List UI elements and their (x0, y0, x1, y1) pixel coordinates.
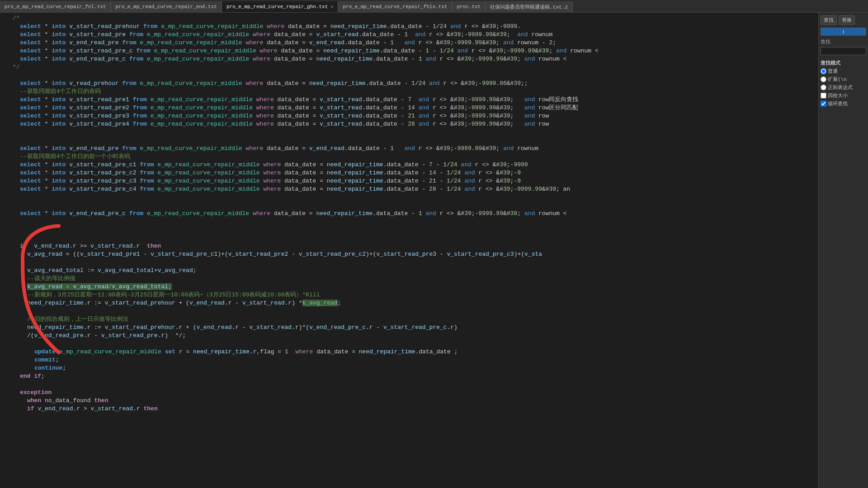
code-line-45 (0, 380, 818, 389)
search-input[interactable] (821, 47, 866, 55)
code-text-5: select * into v_end_read_pre_c from e_mp… (0, 55, 566, 63)
code-text-8: select * into v_read_prehour from e_mp_r… (0, 80, 528, 88)
code-line-14 (0, 128, 818, 136)
search-label: 查找 (821, 38, 866, 45)
code-line-20: select * into v_start_read_pre_c3 from e… (0, 177, 818, 185)
code-line-25 (0, 218, 818, 226)
code-line-35: need_repair_time.r := v_start_read_preho… (0, 299, 818, 307)
code-text-1: select * into v_start_read_prehour from … (0, 23, 521, 31)
code-line-12: select * into v_start_read_pre3 from e_m… (0, 112, 818, 120)
code-line-23 (0, 202, 818, 210)
code-line-1: select * into v_start_read_prehour from … (0, 23, 818, 31)
code-text-48: if v_end_read.r > v_start_read.r then (0, 405, 158, 413)
code-line-33: k_avg_read = v_avg_read/v_avg_read_total… (0, 283, 818, 291)
checkbox-loop[interactable]: 循环查找 (821, 100, 866, 107)
code-line-31: v_avg_read_total := v_avg_read_total+v_a… (0, 267, 818, 275)
code-text-13: select * into v_start_read_pre4 from e_m… (0, 120, 549, 128)
tab-4[interactable]: pro_e_mp_read_curve_repair_fhlx.txt (338, 1, 452, 12)
code-text-29: v_avg_read = ((v_start_read_pre1 - v_sta… (0, 250, 542, 258)
code-text-18: select * into v_start_read_pre_c1 from e… (0, 161, 528, 169)
code-text-19: select * into v_start_read_pre_c2 from e… (0, 169, 521, 177)
code-line-30 (0, 258, 818, 267)
code-line-27 (0, 234, 818, 242)
code-text-10: select * into v_start_read_pre1 from e_m… (0, 96, 578, 104)
code-line-7 (0, 71, 818, 80)
tab-3-active[interactable]: pro_e_mp_read_curve_repair_ghn.txt ✕ (222, 1, 338, 12)
search-button[interactable]: 查找 (821, 15, 837, 25)
tab-2[interactable]: pro_e_mp_read_curve_repair_end.txt (111, 1, 222, 12)
code-line-8: select * into v_read_prehour from e_mp_r… (0, 80, 818, 88)
radio-normal[interactable]: 普通 (821, 68, 866, 75)
code-text-47: when no_data_found then (0, 397, 108, 405)
code-text-0: /* (0, 14, 20, 23)
tab-6[interactable]: 社保问题委员答辩稿通读稿.txt.2 (486, 1, 573, 12)
code-line-11: select * into v_start_read_pre2 from e_m… (0, 104, 818, 112)
code-text-41: update e_mp_read_curve_repair_middle set… (0, 348, 458, 356)
close-icon[interactable]: ✕ (330, 4, 333, 9)
code-line-15 (0, 136, 818, 145)
radio-regex[interactable]: 正则表达式 (821, 84, 866, 91)
code-line-40 (0, 340, 818, 348)
code-text-2: select * into v_start_read_pre from e_mp… (0, 31, 552, 39)
code-line-41: update e_mp_read_curve_repair_middle set… (0, 348, 818, 356)
code-text-11: select * into v_start_read_pre2 from e_m… (0, 104, 578, 112)
tab-5[interactable]: proc.txt (452, 1, 486, 12)
code-line-17: --获取同期前4个工作日的前一个小时表码 (0, 153, 818, 161)
code-text-16: select * into v_end_read_pre from e_mp_r… (0, 145, 538, 153)
code-text-38: need_repair_time.r := v_start_read_preho… (0, 324, 458, 332)
main-area: /*select * into v_start_read_prehour fro… (0, 13, 868, 488)
code-text-6: */ (0, 63, 20, 71)
tab-1[interactable]: pro_e_mp_read_curve_repair_fnl.txt (0, 1, 111, 12)
code-text-33: k_avg_read = v_avg_read/v_avg_read_total… (0, 283, 172, 291)
code-line-4: select * into v_start_read_pre_c from e_… (0, 47, 818, 55)
code-line-26 (0, 226, 818, 234)
code-line-13: select * into v_start_read_pre4 from e_m… (0, 120, 818, 128)
code-line-44: end if; (0, 372, 818, 380)
radio-extended[interactable]: 扩展(\n (821, 76, 866, 83)
code-text-20: select * into v_start_read_pre_c3 from e… (0, 177, 521, 185)
code-line-43: continue; (0, 364, 818, 372)
search-replace-buttons: 查找 替换 (821, 15, 866, 25)
code-text-3: select * into v_end_read_pre from e_mp_r… (0, 39, 556, 47)
code-line-2: select * into v_start_read_pre from e_mp… (0, 31, 818, 39)
code-line-24: select * into v_end_read_pre_c from e_mp… (0, 210, 818, 218)
code-editor[interactable]: /*select * into v_start_read_prehour fro… (0, 13, 818, 488)
code-line-29: v_avg_read = ((v_start_read_pre1 - v_sta… (0, 250, 818, 258)
code-line-18: select * into v_start_read_pre_c1 from e… (0, 161, 818, 169)
code-text-21: select * into v_start_read_pre_c4 from e… (0, 185, 570, 193)
code-line-19: select * into v_start_read_pre_c2 from e… (0, 169, 818, 177)
code-line-21: select * into v_start_read_pre_c4 from e… (0, 185, 818, 193)
code-text-17: --获取同期前4个工作日的前一个小时表码 (0, 153, 130, 161)
code-text-4: select * into v_start_read_pre_c from e_… (0, 47, 599, 55)
search-mode-title: 查找模式 (821, 60, 866, 66)
code-line-32: --该天的等比例值 (0, 275, 818, 283)
code-text-42: commit; (0, 356, 59, 364)
code-line-6: */ (0, 63, 818, 71)
info-button[interactable]: i (821, 28, 866, 36)
code-line-34: --新规则，3月25日星期一11:00表码-3月25日星期一10:00表码÷（3… (0, 291, 818, 299)
code-text-35: need_repair_time.r := v_start_read_preho… (0, 299, 341, 307)
code-line-37: /*旧的拟合规则，上一日示值等比例法 (0, 315, 818, 324)
checkbox-size[interactable]: 四校大小 (821, 92, 866, 99)
code-line-48: if v_end_read.r > v_start_read.r then (0, 405, 818, 413)
code-line-39: /(v_end_read_pre.r - v_start_read_pre.r)… (0, 332, 818, 340)
right-panel: 查找 替换 i 查找 查找模式 普通 扩展(\n 正则表达式 四校大小 循环查找 (818, 13, 868, 488)
code-text-43: continue; (0, 364, 66, 372)
code-line-3: select * into v_end_read_pre from e_mp_r… (0, 39, 818, 47)
code-text-44: end if; (0, 372, 45, 380)
code-line-38: need_repair_time.r := v_start_read_preho… (0, 324, 818, 332)
code-text-28: if v_end_read.r >= v_start_read.r then (0, 242, 161, 250)
code-text-24: select * into v_end_read_pre_c from e_mp… (0, 210, 566, 218)
code-line-36 (0, 307, 818, 315)
code-text-34: --新规则，3月25日星期一11:00表码-3月25日星期一10:00表码÷（3… (0, 291, 320, 299)
code-text-37: /*旧的拟合规则，上一日示值等比例法 (0, 315, 128, 324)
code-text-31: v_avg_read_total := v_avg_read_total+v_a… (0, 267, 197, 275)
code-line-0: /* (0, 14, 818, 23)
code-line-47: when no_data_found then (0, 397, 818, 405)
code-line-22 (0, 193, 818, 202)
code-text-32: --该天的等比例值 (0, 275, 75, 283)
code-line-42: commit; (0, 356, 818, 364)
code-line-16: select * into v_end_read_pre from e_mp_r… (0, 145, 818, 153)
code-line-9: --获取同期前4个工作日的表码 (0, 88, 818, 96)
replace-button[interactable]: 替换 (839, 15, 855, 25)
